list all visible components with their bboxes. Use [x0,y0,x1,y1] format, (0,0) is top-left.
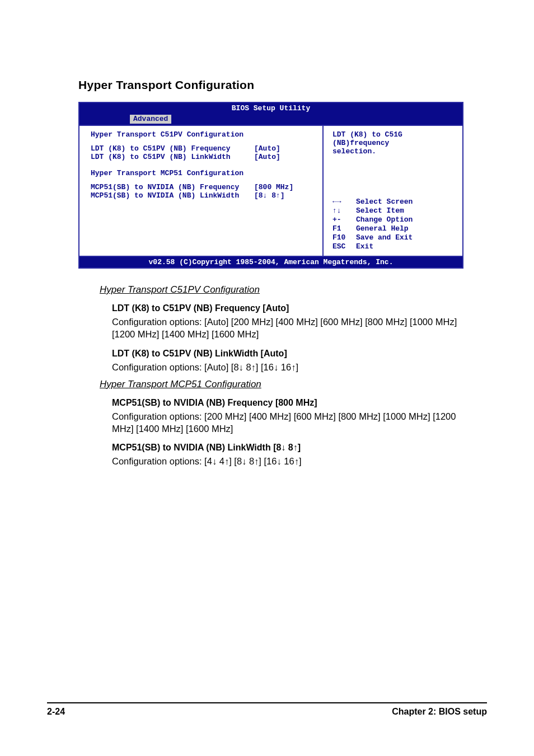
bios-option-label: MCP51(SB) to NVIDIA (NB) Frequency [91,183,254,191]
bios-body: Hyper Transport C51PV Configuration LDT … [79,125,462,257]
arrow-up-icon: ↑ [251,361,256,373]
text: ] [299,456,302,466]
bios-option-row[interactable]: LDT (K8) to C51PV (NB) Frequency [Auto] [91,144,316,153]
bios-section-heading: Hyper Transport MCP51 Configuration [91,169,316,177]
arrow-down-icon: ↓ [277,455,281,467]
documentation: Hyper Transport C51PV Configuration LDT … [78,284,461,468]
text: ] [296,362,298,372]
bios-screenshot: BIOS Setup Utility Advanced Hyper Transp… [78,102,463,269]
page-number: 2-24 [47,707,65,717]
arrow-down-icon: ↓ [212,455,217,467]
text: Configuration options: [4 [112,456,212,466]
text: 16 [282,456,294,466]
text: 8 [246,456,254,466]
bios-option-value[interactable]: [800 MHz] [254,183,316,191]
bios-option-row[interactable]: LDT (K8) to C51PV (NB) LinkWidth [Auto] [91,153,316,161]
text: ] [298,443,301,452]
nav-key: +- [332,215,356,224]
nav-action: Save and Exit [356,233,456,242]
page-title: Hyper Transport Configuration [78,78,461,92]
text: 8 [243,362,251,372]
bios-footer: v02.58 (C)Copyright 1985-2004, American … [79,257,462,267]
arrow-up-icon: ↑ [224,455,229,467]
nav-action: Change Option [356,215,456,224]
item-body: Configuration options: [200 MHz] [400 MH… [112,410,461,435]
bios-option-label: MCP51(SB) to NVIDIA (NB) LinkWidth [91,191,254,200]
item-heading: LDT (K8) to C51PV (NB) LinkWidth [Auto] [112,349,461,359]
bios-option-row[interactable]: MCP51(SB) to NVIDIA (NB) Frequency [800 … [91,183,316,191]
section-heading: Hyper Transport MCP51 Configuration [100,379,461,390]
bios-help-line: selection. [332,147,456,156]
nav-action: Select Screen [356,198,456,206]
text: Configuration options: [Auto] [8 [112,362,239,372]
bios-option-value[interactable]: [Auto] [254,144,316,153]
text: MCP51(SB) to NVIDIA (NB) LinkWidth [8 [112,443,281,452]
item-body: Configuration options: [4↓ 4↑] [8↓ 8↑] [… [112,455,461,467]
section-heading: Hyper Transport C51PV Configuration [100,284,461,295]
bios-help-line: (NB)frequency [332,139,456,147]
bios-option-label: LDT (K8) to C51PV (NB) Frequency [91,144,254,153]
text: ] [8 [229,456,242,466]
nav-action: Exit [356,242,456,251]
bios-help-line: LDT (K8) to C51G [332,130,456,139]
item-heading: LDT (K8) to C51PV (NB) Frequency [Auto] [112,303,461,313]
bios-utility-title: BIOS Setup Utility [79,104,462,112]
arrows-lr-icon: ←→ [332,198,356,206]
bios-nav-help: ←→Select Screen ↑↓Select Item +-Change O… [332,198,456,251]
item-body: Configuration options: [Auto] [200 MHz] … [112,316,461,341]
text: ] [16 [256,362,274,372]
bios-help-text: LDT (K8) to C51G (NB)frequency selection… [332,130,456,156]
bios-right-pane: LDT (K8) to C51G (NB)frequency selection… [322,126,462,256]
bios-option-value[interactable]: [8↓ 8↑] [254,191,316,200]
text: 16 [278,362,291,372]
bios-tab-advanced[interactable]: Advanced [130,115,171,124]
chapter-title: Chapter 2: BIOS setup [392,707,487,717]
text: 4 [217,456,224,466]
arrow-down-icon: ↓ [274,361,278,373]
bios-section-heading: Hyper Transport C51PV Configuration [91,130,316,139]
bios-option-label: LDT (K8) to C51PV (NB) LinkWidth [91,153,254,161]
arrow-down-icon: ↓ [239,361,243,373]
arrow-up-icon: ↑ [293,443,298,453]
page-footer: 2-24 Chapter 2: BIOS setup [47,702,487,717]
nav-key: F10 [332,233,356,242]
nav-key: ESC [332,242,356,251]
bios-left-pane: Hyper Transport C51PV Configuration LDT … [79,126,322,256]
bios-option-row[interactable]: MCP51(SB) to NVIDIA (NB) LinkWidth [8↓ 8… [91,191,316,200]
text: 8 [285,443,293,452]
bios-tab-row: Advanced [79,112,462,125]
page: Hyper Transport Configuration BIOS Setup… [0,0,534,756]
bios-option-value[interactable]: [Auto] [254,153,316,161]
bios-header: BIOS Setup Utility Advanced [79,103,462,125]
nav-action: General Help [356,224,456,233]
arrow-up-icon: ↑ [294,455,299,467]
item-heading: MCP51(SB) to NVIDIA (NB) LinkWidth [8↓ 8… [112,443,461,453]
item-heading: MCP51(SB) to NVIDIA (NB) Frequency [800 … [112,398,461,408]
arrows-ud-icon: ↑↓ [332,206,356,215]
nav-action: Select Item [356,206,456,215]
item-body: Configuration options: [Auto] [8↓ 8↑] [1… [112,361,461,373]
nav-key: F1 [332,224,356,233]
text: ] [16 [259,456,277,466]
